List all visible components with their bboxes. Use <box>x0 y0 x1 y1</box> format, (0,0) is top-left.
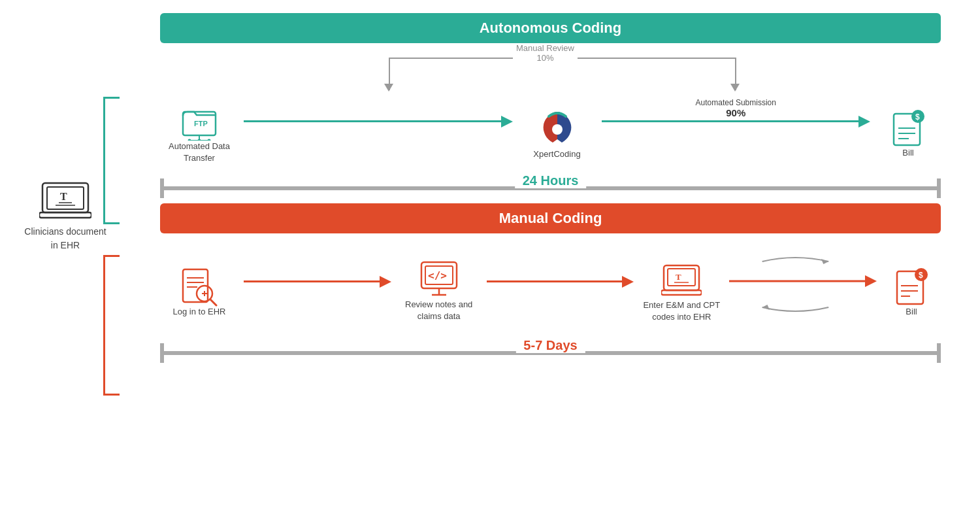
svg-text:</>: </> <box>428 269 447 282</box>
bill-manual-label: Bill <box>906 307 917 316</box>
arrow-to-enter <box>487 280 634 282</box>
svg-text:T: T <box>676 272 681 282</box>
days-cap-left <box>160 343 164 363</box>
enter-codes-label: Enter E&M and CPT codes into EHR <box>639 299 724 323</box>
autonomous-flow-row: FTP Automated Data Transfer <box>160 90 941 175</box>
hours-cap-left <box>160 178 164 198</box>
autonomous-section: Autonomous Coding Manual Review 10% <box>160 13 941 198</box>
login-icon <box>180 266 219 307</box>
enter-codes-icon: T <box>661 259 702 299</box>
autonomous-bar: Autonomous Coding <box>160 13 941 43</box>
days-label: 5-7 Days <box>515 338 585 353</box>
step-login: Log in to EHR <box>160 266 238 316</box>
review-icon: </> <box>419 260 459 299</box>
ehr-icon: T <box>39 177 91 222</box>
ehr-section: T Clinicians document in EHR <box>20 177 111 252</box>
svg-marker-39 <box>762 305 770 310</box>
ftp-label: Automated Data Transfer <box>160 141 238 164</box>
ehr-label: Clinicians document in EHR <box>20 225 111 252</box>
arrow-automated-submission: Automated Submission 90% <box>602 120 871 122</box>
arrow-to-review <box>244 280 391 282</box>
days-cap-right <box>937 343 941 363</box>
manual-flow-row: Log in to EHR </> <box>160 245 941 337</box>
review-label: Review notes and claims data <box>397 299 482 322</box>
automated-sub-label: Automated Submission <box>696 98 776 107</box>
arrow-to-xpert <box>244 120 513 122</box>
bill-auto-label: Bill <box>902 148 913 158</box>
svg-rect-19 <box>39 212 91 218</box>
bill-manual-icon: $ <box>894 266 930 307</box>
hours-label: 24 Hours <box>515 173 587 188</box>
manual-section: Manual Coding <box>160 203 941 363</box>
arrow-bottom-gray <box>759 305 832 315</box>
hours-bar-section: 24 Hours <box>160 178 941 198</box>
arrow-top-gray <box>759 254 832 264</box>
svg-point-7 <box>552 124 563 135</box>
step-review: </> Review notes and claims data <box>397 260 482 322</box>
svg-text:$: $ <box>919 271 923 280</box>
step-xpert: XpertCoding <box>518 107 596 159</box>
xpert-icon <box>534 107 580 149</box>
automated-sub-pct: 90% <box>696 107 776 118</box>
manual-review-label: Manual Review 10% <box>513 43 578 63</box>
svg-marker-38 <box>821 259 828 264</box>
svg-text:T: T <box>60 191 67 202</box>
bill-auto-icon: $ <box>890 109 926 148</box>
days-bar-section: 5-7 Days <box>160 343 941 363</box>
step-ftp: FTP Automated Data Transfer <box>160 101 238 164</box>
svg-text:$: $ <box>915 112 920 122</box>
svg-rect-37 <box>661 290 702 295</box>
manual-bar: Manual Coding <box>160 203 941 233</box>
bracket-green <box>103 97 120 224</box>
days-text: 5-7 Days <box>523 338 577 352</box>
step-enter-codes: T Enter E&M and CPT codes into EHR <box>639 259 724 323</box>
hours-cap-right <box>937 178 941 198</box>
login-label: Log in to EHR <box>173 307 226 316</box>
hours-text: 24 Hours <box>523 173 579 188</box>
bracket-red <box>103 255 120 396</box>
ftp-icon: FTP <box>180 101 219 141</box>
step-bill-auto: $ Bill <box>875 109 941 158</box>
manual-title: Manual Coding <box>499 210 602 226</box>
svg-text:FTP: FTP <box>194 120 208 127</box>
step-bill-manual: $ Bill <box>882 266 941 316</box>
svg-line-25 <box>210 299 216 305</box>
manual-review-loop: Manual Review 10% <box>160 58 941 90</box>
autonomous-title: Autonomous Coding <box>480 20 622 36</box>
diagram-container: Autonomous Coding Manual Review 10% <box>0 0 980 508</box>
arrow-to-bill-manual <box>729 262 877 301</box>
xpert-label: XpertCoding <box>533 149 580 159</box>
svg-rect-34 <box>668 269 695 286</box>
